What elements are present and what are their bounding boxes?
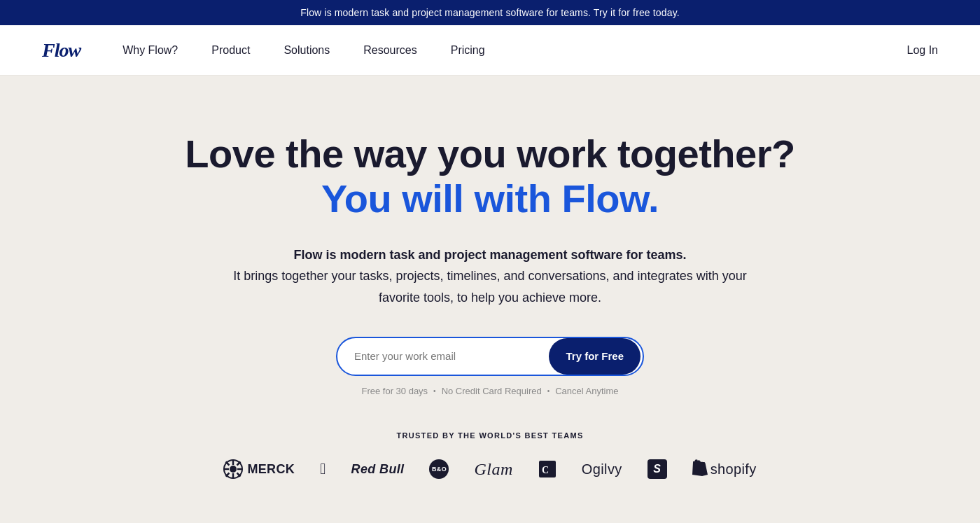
form-fine-print: Free for 30 days • No Credit Card Requir… [14, 386, 966, 396]
navbar: Flow Why Flow? Product Solutions Resourc… [0, 25, 980, 76]
nav-resources[interactable]: Resources [363, 44, 416, 57]
svg-text:C: C [542, 465, 549, 475]
hero-headline: Love the way you work together? You will… [14, 132, 966, 222]
brand-redbull: Red Bull [351, 462, 405, 477]
trusted-label: TRUSTED BY THE WORLD'S BEST TEAMS [14, 431, 966, 440]
hero-section: Love the way you work together? You will… [0, 76, 980, 522]
merck-icon [223, 459, 243, 479]
bo-icon: B&O [429, 459, 449, 479]
ogilvy-label: Ogilvy [582, 461, 622, 477]
logo[interactable]: Flow [42, 39, 80, 62]
brand-bo: B&O [429, 459, 449, 479]
email-input[interactable] [354, 350, 547, 362]
svg-line-9 [226, 473, 230, 477]
fine-print-1: Free for 30 days [361, 386, 428, 396]
dot-1: • [433, 387, 436, 395]
brand-ogilvy: Ogilvy [582, 461, 622, 477]
shopify-bag-svg [692, 459, 708, 476]
svg-point-1 [230, 466, 237, 473]
email-form: Try for Free [336, 337, 644, 376]
brand-scribd: S [648, 459, 667, 479]
nav-why-flow[interactable]: Why Flow? [122, 44, 178, 57]
dot-2: • [547, 387, 550, 395]
shopify-label: shopify [710, 461, 757, 477]
apple-icon:  [320, 460, 326, 478]
glam-label: Glam [474, 460, 512, 479]
shopify-icon [692, 459, 708, 480]
brand-shopify: shopify [692, 459, 757, 480]
fine-print-3: Cancel Anytime [555, 386, 618, 396]
svg-line-6 [226, 462, 230, 466]
brand-merck: MERCK [223, 459, 295, 479]
hero-subheadline: Flow is modern task and project manageme… [217, 244, 763, 309]
hero-headline-plain: Love the way you work together? [185, 132, 794, 176]
merck-label: MERCK [247, 462, 295, 477]
svg-line-8 [237, 462, 241, 466]
brand-carhartt: C [538, 460, 556, 478]
top-banner: Flow is modern task and project manageme… [0, 0, 980, 25]
logos-row: MERCK  Red Bull B&O Glam C [14, 459, 966, 480]
scribd-icon: S [648, 459, 667, 479]
nav-product[interactable]: Product [211, 44, 250, 57]
nav-pricing[interactable]: Pricing [451, 44, 485, 57]
nav-login[interactable]: Log In [907, 44, 938, 57]
email-form-wrapper: Try for Free [14, 337, 966, 376]
banner-text: Flow is modern task and project manageme… [300, 7, 680, 18]
hero-subheadline-rest: It brings together your tasks, projects,… [233, 269, 746, 305]
nav-solutions[interactable]: Solutions [284, 44, 330, 57]
try-free-button[interactable]: Try for Free [549, 338, 640, 375]
brand-glam: Glam [474, 460, 512, 479]
hero-headline-blue: You will with Flow. [321, 176, 659, 221]
trusted-section: TRUSTED BY THE WORLD'S BEST TEAMS MERCK [14, 431, 966, 480]
svg-line-7 [237, 473, 241, 477]
brand-apple:  [320, 460, 326, 478]
fine-print-2: No Credit Card Required [442, 386, 542, 396]
redbull-label: Red Bull [351, 462, 405, 477]
hero-subheadline-bold: Flow is modern task and project manageme… [293, 248, 686, 262]
nav-links: Why Flow? Product Solutions Resources Pr… [122, 44, 906, 57]
carhartt-icon: C [538, 460, 556, 478]
